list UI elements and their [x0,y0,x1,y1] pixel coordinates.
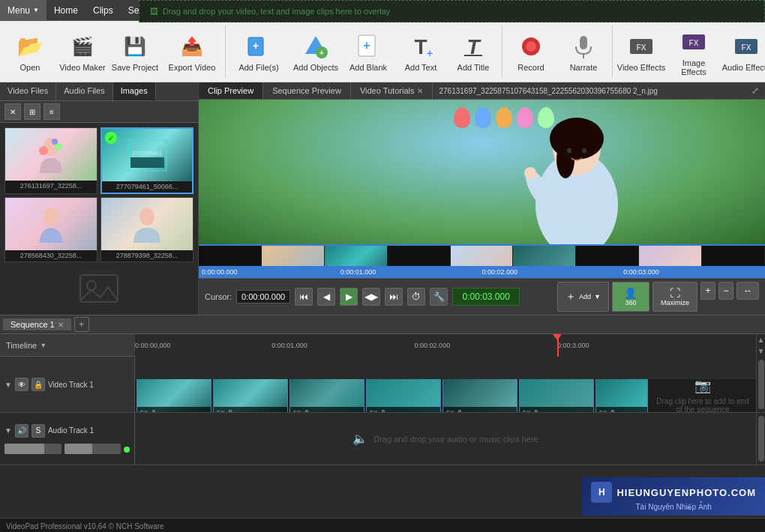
tab-sequence-preview[interactable]: Sequence Preview [263,82,351,99]
media-thumbnail[interactable]: 276131697_32258... [4,127,98,194]
video-clip-6[interactable]: FX 🎙 [519,379,594,412]
scroll-up-icon[interactable]: ▲ [758,336,765,344]
ruler-time-1: 0:00:01.000 [272,342,308,349]
expand-icon[interactable]: ⤢ [746,82,765,99]
maximize-button[interactable]: ⛶ Maximize [652,282,698,312]
timeline-header: Timeline ▼ 0:00:00,000 0:00:01.000 0:00:… [0,334,765,357]
zoom-out-button[interactable]: − [718,282,734,300]
tab-video-tutorials[interactable]: Video Tutorials ✕ [351,82,434,99]
video-maker-button[interactable]: 🎬 Video Maker [57,24,108,79]
media-thumbnail-3[interactable]: 278568430_32258... [4,197,98,262]
thumb-image-2: ✓ 277079461 [102,129,192,181]
audio-expand-icon[interactable]: ▼ [4,426,12,435]
svg-text:+: + [363,39,370,52]
preview-tabs: Clip Preview Sequence Preview Video Tuto… [199,82,765,100]
settings-button[interactable]: 🔧 [430,288,448,306]
video-effects-button[interactable]: FX Video Effects [616,24,667,79]
list-view-button[interactable]: ≡ [44,103,60,120]
svg-text:277079461: 277079461 [131,150,162,157]
menu-button[interactable]: Menu ▼ [0,0,46,21]
scroll-down-icon[interactable]: ▼ [758,347,765,355]
grid-view-button[interactable]: ⊞ [24,103,40,120]
audio-mute-button[interactable]: 🔊 [15,424,28,438]
add-sequence-button[interactable]: + [74,317,89,332]
thumb-label-1: 276131697_32258... [19,181,84,192]
scrollbar-thumb-audio[interactable] [758,416,764,462]
thumb-image-1 [5,128,97,181]
open-icon: 📂 [15,31,45,61]
drop-hint: 📷 Drag clip here to add to end of the se… [650,379,756,412]
image-effects-button[interactable]: FX Image Effects [668,24,719,79]
media-placeholder [4,265,194,310]
step-back-button[interactable]: ◀ [317,288,335,306]
clip-fx-bar-7: FX 🎙 [596,407,647,412]
video-clip-1[interactable]: FX 🎙 [136,379,212,412]
preview-right-buttons: ＋ Add ▼ 👤 360 ⛶ Maximize + − ↔ [557,282,759,312]
track-expand-icon[interactable]: ▼ [4,381,12,389]
status-bar: VideoPad Professional v10.64 © NCH Softw… [0,518,765,532]
export-video-button[interactable]: 📤 Export Video [162,24,222,79]
add-blank-button[interactable]: + Add Blank [343,24,394,79]
timer-button[interactable]: ⏱ [407,288,425,306]
audio-pan-slider[interactable] [64,444,122,454]
audio-track: ▼ 🔊 S Audio Track 1 🔈 Drag and drop your… [0,413,765,465]
audio-solo-button[interactable]: S [32,424,45,438]
play-button[interactable]: ▶ [340,288,358,306]
tab-audio-files[interactable]: Audio Files [56,82,112,100]
sequence-close-icon[interactable]: ✕ [58,321,64,329]
tab-images[interactable]: Images [113,82,156,100]
add-objects-icon: + [301,31,331,61]
tutorials-close-icon[interactable]: ✕ [417,87,423,95]
add-objects-button[interactable]: + Add Objects [290,24,341,79]
add-title-button[interactable]: T Add Title [448,24,499,79]
cursor-time: 0:00:00.000 [236,290,290,303]
tab-clip-preview[interactable]: Clip Preview [199,82,263,99]
duration-display: 0:00:03.000 [452,288,520,306]
menu-label: Menu [8,5,30,16]
video-clip-3[interactable]: FX 🎙 [290,379,364,412]
open-button[interactable]: 📂 Open [4,24,56,79]
video-clip-7[interactable]: FX 🎙 [596,379,648,412]
add-text-button[interactable]: T + Add Text [395,24,446,79]
main-content: Video Files Audio Files Images ✕ ⊞ ≡ [0,82,765,315]
track-eye-button[interactable]: 👁 [15,378,28,391]
audio-effects-button[interactable]: FX Audio Effects [721,24,765,79]
narrate-label: Narrate [570,63,598,72]
go-end-button[interactable]: ⏭ [385,288,403,306]
save-project-button[interactable]: 💾 Save Project [110,24,160,79]
svg-point-12 [526,41,536,52]
video-clip-4[interactable]: FX 🎙 [366,379,441,412]
preview-area [199,100,765,244]
record-button[interactable]: Record [506,24,556,79]
nav-clips[interactable]: Clips [86,0,121,21]
delete-media-button[interactable]: ✕ [4,103,21,120]
scrollbar-thumb-video[interactable] [758,360,764,409]
timeline-dropdown-icon[interactable]: ▼ [40,342,46,349]
fit-button[interactable]: ↔ [736,282,759,300]
playhead[interactable] [557,334,559,357]
svg-point-24 [52,139,58,145]
go-start-button[interactable]: ⏮ [295,288,313,306]
sequence-tab[interactable]: Sequence 1 ✕ [3,318,71,330]
add-to-sequence-button[interactable]: ＋ Add ▼ [557,282,609,312]
tab-video-files[interactable]: Video Files [0,82,56,100]
add-dropdown-icon[interactable]: ▼ [594,293,601,300]
svg-text:+: + [253,40,259,52]
audio-drop-zone: 🔈 Drag and drop your audio or music clip… [135,413,756,465]
video-clip-5[interactable]: FX 🎙 [442,379,518,412]
nav-home[interactable]: Home [46,0,86,21]
media-thumbnail-4[interactable]: 278879398_32258... [100,197,194,262]
play-reverse-button[interactable]: ◀▶ [362,288,380,306]
zoom-in-button[interactable]: + [700,282,716,300]
add-files-icon: + [244,31,274,61]
track-lock-button[interactable]: 🔒 [32,378,45,391]
narrate-button[interactable]: Narrate [558,24,609,79]
360-button[interactable]: 👤 360 [612,282,650,312]
video-track-name: Video Track 1 [48,381,130,389]
video-clip-2[interactable]: FX 🎙 [213,379,288,412]
add-files-button[interactable]: + Add File(s) [229,24,289,79]
audio-volume-slider[interactable] [4,444,62,454]
media-thumbnail-selected[interactable]: ✓ 277079461 277079461_50066... [100,127,194,194]
right-scrollbar-audio [756,413,765,465]
time-0: 0:00:00.000 [202,268,238,276]
